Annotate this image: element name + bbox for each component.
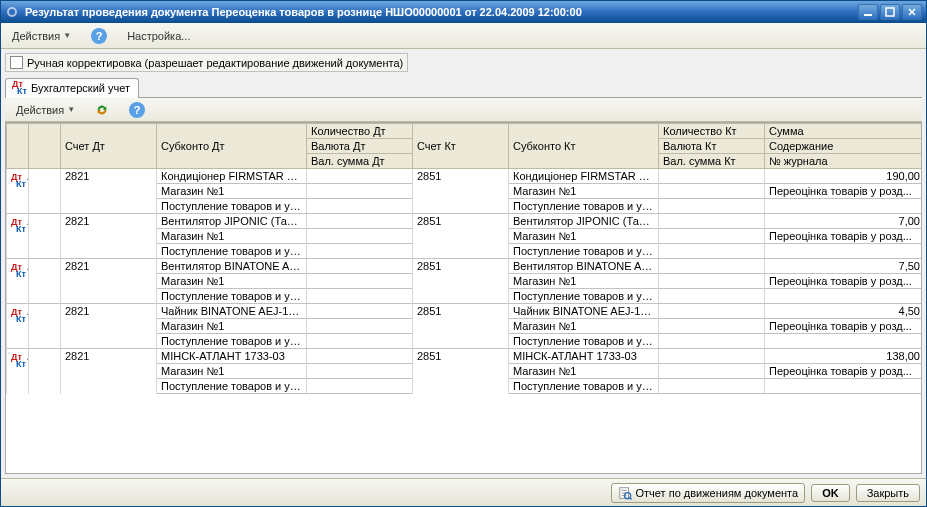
hdr-acct-dt[interactable]: Счет Дт bbox=[61, 124, 157, 169]
minimize-button[interactable] bbox=[858, 4, 878, 20]
row-qty-kt bbox=[659, 259, 765, 274]
row-val-kt bbox=[659, 364, 765, 379]
row-val-kt bbox=[659, 319, 765, 334]
hdr-sum[interactable]: Сумма bbox=[765, 124, 923, 139]
row-valsum-kt bbox=[659, 334, 765, 349]
hdr-sub-dt[interactable]: Субконто Дт bbox=[157, 124, 307, 169]
hdr-qty-kt[interactable]: Количество Кт bbox=[659, 124, 765, 139]
table-row[interactable]: ДтКт2821Вентилятор JIPONIC (Тайв.),2851В… bbox=[7, 214, 923, 259]
row-acct-kt: 2851 bbox=[413, 259, 509, 304]
row-num bbox=[29, 349, 61, 394]
manual-correction-checkbox[interactable] bbox=[10, 56, 23, 69]
refresh-button[interactable] bbox=[88, 100, 116, 120]
row-val-dt bbox=[307, 184, 413, 199]
tab-accounting-label: Бухгалтерский учет bbox=[31, 82, 130, 94]
ok-button[interactable]: OK bbox=[811, 484, 850, 502]
sub-actions-label: Действия bbox=[16, 104, 64, 116]
hdr-icon[interactable] bbox=[7, 124, 29, 169]
maximize-button[interactable] bbox=[880, 4, 900, 20]
row-qty-kt bbox=[659, 214, 765, 229]
entries-table: Счет Дт Субконто Дт Количество Дт Счет К… bbox=[6, 123, 922, 394]
row-sub-dt: Магазин №1 bbox=[157, 319, 307, 334]
row-content: Переоцінка товарів у розд... bbox=[765, 184, 923, 199]
table-row[interactable]: ДтКт2821МІНСК-АТЛАНТ 1733-032851МІНСК-АТ… bbox=[7, 349, 923, 394]
row-qty-kt bbox=[659, 169, 765, 184]
window: Результат проведения документа Переоценк… bbox=[0, 0, 927, 507]
row-valsum-dt bbox=[307, 199, 413, 214]
row-valsum-dt bbox=[307, 334, 413, 349]
row-qty-kt bbox=[659, 349, 765, 364]
table-row[interactable]: ДтКт2821Кондиціонер FIRMSTAR 12M2851Конд… bbox=[7, 169, 923, 214]
row-journal bbox=[765, 244, 923, 259]
row-sub-kt: Вентилятор JIPONIC (Тайв.), bbox=[509, 214, 659, 229]
row-valsum-dt bbox=[307, 244, 413, 259]
row-val-dt bbox=[307, 229, 413, 244]
settings-button[interactable]: Настройка... bbox=[120, 27, 197, 45]
sub-actions-menu[interactable]: Действия ▼ bbox=[9, 101, 82, 119]
row-sub-dt: Поступление товаров и ус... bbox=[157, 199, 307, 214]
manual-correction-label: Ручная корректировка (разрешает редактир… bbox=[27, 57, 403, 69]
hdr-qty-dt[interactable]: Количество Дт bbox=[307, 124, 413, 139]
row-sub-dt: Магазин №1 bbox=[157, 274, 307, 289]
sub-help-button[interactable]: ? bbox=[122, 99, 152, 121]
entries-table-wrap[interactable]: Счет Дт Субконто Дт Количество Дт Счет К… bbox=[5, 122, 922, 474]
row-val-kt bbox=[659, 184, 765, 199]
close-button[interactable] bbox=[902, 4, 922, 20]
question-icon: ? bbox=[91, 28, 107, 44]
row-qty-kt bbox=[659, 304, 765, 319]
row-icon: ДтКт bbox=[7, 214, 29, 259]
row-sub-kt: Поступление товаров и ус... bbox=[509, 199, 659, 214]
report-button[interactable]: Отчет по движениям документа bbox=[611, 483, 806, 503]
hdr-num[interactable] bbox=[29, 124, 61, 169]
row-icon: ДтКт bbox=[7, 304, 29, 349]
row-valsum-dt bbox=[307, 379, 413, 394]
row-acct-kt: 2851 bbox=[413, 304, 509, 349]
row-sub-dt: Поступление товаров и ус... bbox=[157, 379, 307, 394]
row-sum: 7,50 bbox=[765, 259, 923, 274]
actions-label: Действия bbox=[12, 30, 60, 42]
hdr-journal[interactable]: № журнала bbox=[765, 154, 923, 169]
row-content: Переоцінка товарів у розд... bbox=[765, 274, 923, 289]
chevron-down-icon: ▼ bbox=[67, 105, 75, 114]
row-journal bbox=[765, 199, 923, 214]
sub-toolbar: Действия ▼ ? bbox=[5, 98, 922, 122]
main-toolbar: Действия ▼ ? Настройка... bbox=[1, 23, 926, 49]
tab-accounting[interactable]: ДтКт Бухгалтерский учет bbox=[5, 78, 139, 98]
row-acct-kt: 2851 bbox=[413, 349, 509, 394]
row-sum: 190,00 bbox=[765, 169, 923, 184]
row-acct-dt: 2821 bbox=[61, 304, 157, 349]
row-sub-kt: Поступление товаров и ус... bbox=[509, 244, 659, 259]
hdr-content[interactable]: Содержание bbox=[765, 139, 923, 154]
question-icon: ? bbox=[129, 102, 145, 118]
hdr-val-kt[interactable]: Валюта Кт bbox=[659, 139, 765, 154]
table-row[interactable]: ДтКт2821Чайник BINATONE AEJ-10...2851Чай… bbox=[7, 304, 923, 349]
row-icon: ДтКт bbox=[7, 169, 29, 214]
hdr-acct-kt[interactable]: Счет Кт bbox=[413, 124, 509, 169]
row-sub-dt: Кондиціонер FIRMSTAR 12M bbox=[157, 169, 307, 184]
row-sub-dt: Поступление товаров и ус... bbox=[157, 289, 307, 304]
row-journal bbox=[765, 289, 923, 304]
help-button[interactable]: ? bbox=[84, 25, 114, 47]
row-sub-dt: Вентилятор BINATONE AL..., bbox=[157, 259, 307, 274]
table-row[interactable]: ДтКт2821Вентилятор BINATONE AL...,2851Ве… bbox=[7, 259, 923, 304]
hdr-valsum-dt[interactable]: Вал. сумма Дт bbox=[307, 154, 413, 169]
hdr-valsum-kt[interactable]: Вал. сумма Кт bbox=[659, 154, 765, 169]
row-sum: 4,50 bbox=[765, 304, 923, 319]
chevron-down-icon: ▼ bbox=[63, 31, 71, 40]
row-journal bbox=[765, 334, 923, 349]
row-num bbox=[29, 214, 61, 259]
actions-menu[interactable]: Действия ▼ bbox=[5, 27, 78, 45]
row-sub-kt: Вентилятор BINATONE AL..., bbox=[509, 259, 659, 274]
settings-label: Настройка... bbox=[127, 30, 190, 42]
row-val-dt bbox=[307, 319, 413, 334]
close-bottom-button[interactable]: Закрыть bbox=[856, 484, 920, 502]
hdr-sub-kt[interactable]: Субконто Кт bbox=[509, 124, 659, 169]
row-qty-dt bbox=[307, 214, 413, 229]
hdr-val-dt[interactable]: Валюта Дт bbox=[307, 139, 413, 154]
row-sub-dt: Магазин №1 bbox=[157, 364, 307, 379]
row-qty-dt bbox=[307, 349, 413, 364]
row-acct-kt: 2851 bbox=[413, 169, 509, 214]
ok-label: OK bbox=[822, 487, 839, 499]
manual-correction-row[interactable]: Ручная корректировка (разрешает редактир… bbox=[5, 53, 408, 72]
row-sub-dt: Чайник BINATONE AEJ-10... bbox=[157, 304, 307, 319]
